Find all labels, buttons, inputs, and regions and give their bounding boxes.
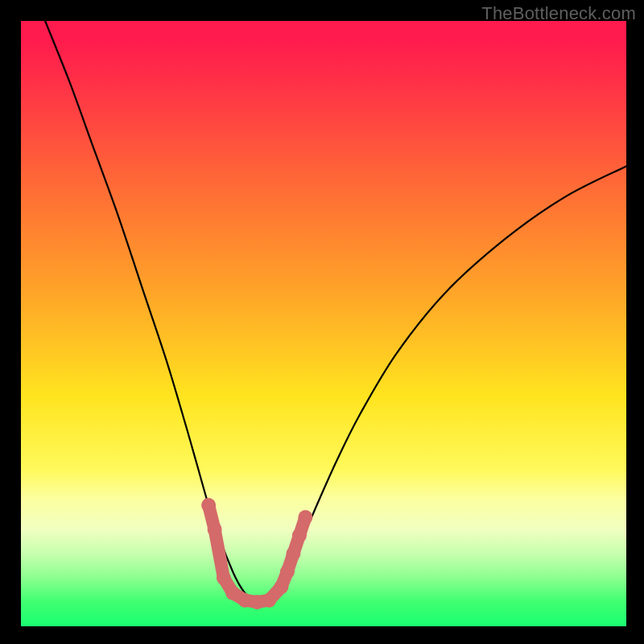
plot-area (21, 21, 626, 626)
highlight-dot (292, 528, 307, 543)
watermark-text: TheBottleneck.com (481, 3, 636, 24)
highlight-dot (262, 593, 276, 608)
highlight-dot (201, 498, 216, 513)
highlight-dot (274, 580, 288, 594)
highlight-dot (225, 586, 240, 601)
curve-layer (21, 21, 626, 626)
highlight-dot (280, 564, 295, 579)
highlight-markers (201, 498, 312, 609)
highlight-dot (286, 547, 300, 561)
highlight-dot (298, 510, 312, 525)
highlight-dot (208, 522, 222, 537)
highlight-dot (217, 571, 231, 585)
highlight-dot (237, 593, 252, 608)
bottleneck-curve (45, 21, 626, 602)
chart-frame: TheBottleneck.com (0, 0, 644, 644)
